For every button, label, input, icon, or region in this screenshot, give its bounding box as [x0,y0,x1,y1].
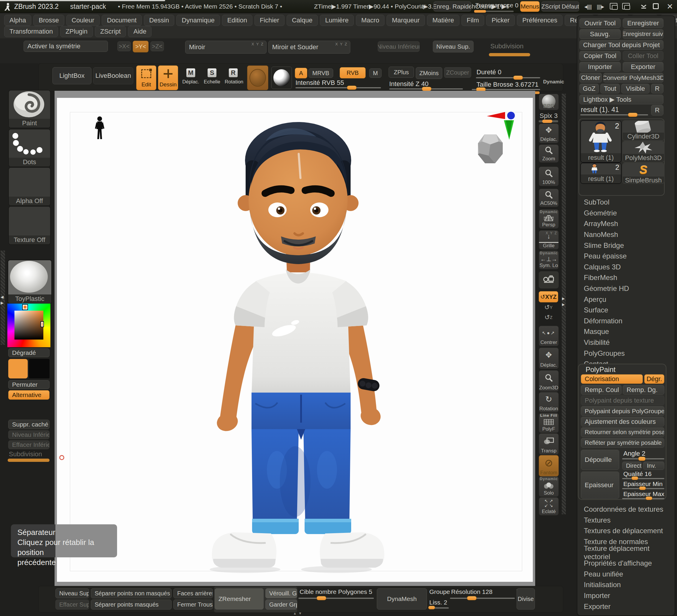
tool-section[interactable]: Déformation [577,316,675,327]
liveboolean-button[interactable]: LiveBoolean [93,67,133,84]
menu-item[interactable]: Marqueur [387,15,425,26]
texture-selector[interactable]: Texture Off [8,206,51,245]
menu-item[interactable]: Matière [427,15,459,26]
perspective-button[interactable]: Dynamic Persp [539,209,559,229]
alternative-button[interactable]: Alternative [8,390,50,400]
bpr-button[interactable]: BPR [539,94,559,110]
close-holes-button[interactable]: Fermer Trous [173,600,213,610]
tool-section[interactable]: Peau épaisse [577,251,675,262]
hardness-slider[interactable] [476,76,540,80]
divide-button[interactable]: Divise [516,588,535,610]
spix-slider[interactable] [539,120,558,122]
polymesh3d-thumb[interactable]: PolyMesh3D [622,141,665,163]
epaisseur-button[interactable]: Epaisseur [581,472,619,499]
menu-item[interactable]: Dessin [144,15,174,26]
split-masked-button[interactable]: Séparer points masqués [91,600,172,610]
gradient-button[interactable]: Dégradé [8,348,50,357]
quick-save-button[interactable]: Enreg. Rapide [434,1,471,11]
menu-item[interactable]: Aide [128,26,151,37]
shelf-collapse-up-icon[interactable]: ▲ [293,611,297,615]
menu-item[interactable]: Alpha [4,15,31,26]
mirror-posable-symmetry-button[interactable]: Refléter par symétrie posable [581,438,664,448]
save-next-button[interactable]: Enregistrer suiv. [623,29,664,39]
tool-section[interactable]: SubTool [577,197,675,208]
polyframe-button[interactable]: Line Fill PolyF [539,413,559,433]
tool-section[interactable]: Aperçu [577,294,675,305]
dynamesh-button[interactable]: DynaMesh [377,588,427,610]
rotate3d-button[interactable]: ↻ Rotation [539,392,559,413]
document-canvas[interactable]: Séparateur Cliquez pour rétablir la posi… [54,91,535,586]
tool-section[interactable]: Coordonnées de textures [577,504,675,515]
small-result-thumb[interactable]: 2 result (1) [580,163,622,184]
sym-z-button[interactable]: >Z< [150,41,164,51]
solo-button[interactable]: Dynamic Solo [539,476,559,497]
zminus-button[interactable]: ZMoins [416,67,442,79]
degr-button[interactable]: Dégr. [644,374,664,384]
camera-lock-button[interactable] [539,271,559,289]
brush-selector[interactable]: Paint [8,90,51,128]
stroke-selector[interactable]: Dots [8,129,51,167]
dock-left-icon[interactable]: ◂|||| [582,2,594,11]
rotate-tool[interactable]: R Rotation [225,68,242,87]
color-picker[interactable] [7,303,50,347]
activate-symmetry-button[interactable]: Activer la symétrie [24,41,108,52]
depouille-button[interactable]: Dépouille [581,450,619,470]
current-texture-button[interactable] [271,66,292,89]
ghost-button[interactable]: ⊘ Fantom [539,455,559,477]
upper-level-button[interactable]: Niveau Sup. [433,41,473,52]
polypaint-from-texture-button[interactable]: Polypaint depuis texture [581,395,664,405]
erase-upper-button[interactable]: Effacer Sup. [55,600,89,610]
tray-lower-level-button[interactable]: Niveau Inférieur [8,430,50,439]
move3d-button[interactable]: ✥ Déplac. [539,347,559,369]
save-as-button[interactable]: Sauvg. [579,29,621,39]
tool-section[interactable]: ArrayMesh [577,219,675,229]
shelf-collapse-down-icon[interactable]: ▼ [299,611,302,615]
tool-section[interactable]: Masque [577,326,675,337]
lower-level-button[interactable]: Niveau Inférieur [378,41,419,52]
menu-item[interactable]: Film [461,15,485,26]
actual-size-button[interactable]: 100% [539,167,559,186]
delete-hidden-button[interactable]: Suppr. caché [8,420,50,429]
erase-lower-button[interactable]: Effacer Inférieur [8,440,50,449]
simplebrush-thumb[interactable]: S SimpleBrush [622,163,665,184]
tool-section[interactable]: Géométrie [577,208,675,219]
mirror-button[interactable]: Miroir X Y Z [185,41,267,54]
resolution-slider[interactable] [450,596,515,601]
tool-section[interactable]: Peau unifiée [577,569,675,580]
gem-widget[interactable] [476,133,505,165]
menu-item[interactable]: Dynamique [176,15,220,26]
active-tool-slider[interactable] [580,112,648,117]
menu-item[interactable]: Edition [222,15,253,26]
load-from-project-button[interactable]: Charger Tool depuis Projet [579,40,664,50]
goz-visible-button[interactable]: Visible [621,84,649,93]
lightbox-tools-button[interactable]: Lightbox ▶ Tools [579,95,664,104]
tool-section[interactable]: PolyGroupes [577,348,675,359]
sym-y-button[interactable]: >Y< [133,41,149,52]
zscript-button[interactable]: ZScript Défaut [541,1,579,11]
menu-item[interactable]: Transformation [4,26,58,37]
sv-marker[interactable] [41,322,43,327]
tool-section[interactable]: NanoMesh [577,229,675,240]
active-tool-thumb[interactable]: 2 result (1) [580,120,622,163]
rvb-button[interactable]: RVB [340,67,366,79]
draw-button[interactable]: Dessin [158,65,178,90]
menu-item[interactable]: Calque [286,15,318,26]
m-button[interactable]: M [369,68,381,78]
zplus-button[interactable]: ZPlus [389,66,414,78]
move-tool[interactable]: M Déplac. [182,68,199,87]
tool-section[interactable]: Visibilité [577,337,675,348]
local-symmetry-button[interactable]: Dynamic ←⊥→ Sym. Lo [539,250,559,269]
menus-toggle-button[interactable]: Menus [520,1,540,12]
lightbox-button[interactable]: LightBox [52,67,91,84]
current-material-button[interactable] [247,65,268,90]
main-color-swatch[interactable] [8,359,28,378]
tool-section[interactable]: Importer [577,590,675,601]
fill-gradient-button[interactable]: Remp. Dg. [623,385,664,395]
canvas-zoom-button[interactable]: Zoom [539,144,559,163]
menu-item[interactable]: Brosse [33,15,64,26]
thick-max-slider[interactable] [622,497,664,501]
tool-section[interactable]: Calques 3D [577,262,675,273]
tool-section[interactable]: Slime Bridge [577,240,675,251]
rotate-z-icon[interactable]: ↺Z [542,314,555,321]
colorize-button[interactable]: Colorisation [581,374,643,384]
